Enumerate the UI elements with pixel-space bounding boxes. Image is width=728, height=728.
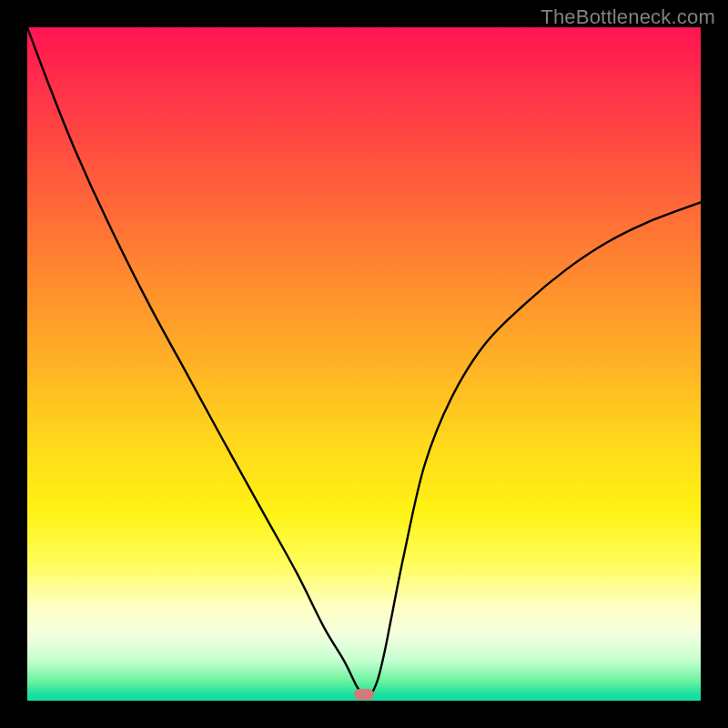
chart-plot-area [27,27,701,701]
chart-min-marker [354,689,374,700]
chart-curve [27,27,701,701]
watermark-text: TheBottleneck.com [541,5,715,29]
chart-frame: TheBottleneck.com [0,0,728,728]
